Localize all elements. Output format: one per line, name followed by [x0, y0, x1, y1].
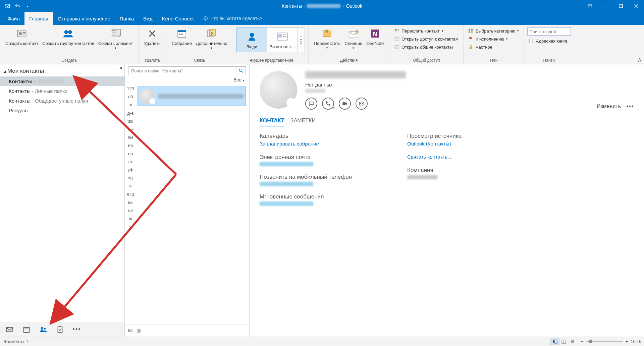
view-gallery-expand[interactable]: ▴▾▾ — [298, 27, 305, 52]
nav-header-my-contacts[interactable]: ◢Мои контакты — [0, 64, 124, 76]
tab-home[interactable]: Главная — [24, 12, 53, 25]
alpha-уф[interactable]: уф — [127, 167, 133, 173]
alpha-аб[interactable]: аб — [128, 94, 133, 100]
nav-item-contacts-personal[interactable]: Контакты - Личные папки — [0, 86, 124, 96]
move-button[interactable]: Переместить▾ — [312, 26, 343, 50]
contact-list-item[interactable] — [138, 86, 246, 106]
email-action-icon[interactable] — [356, 98, 368, 110]
followup-button[interactable]: К исполнению ▾ — [467, 36, 509, 42]
open-access-button[interactable]: Открыть доступ к контактам — [393, 36, 460, 42]
forward-contact-button[interactable]: Переслать контакт ▾ — [393, 27, 444, 34]
close-button[interactable] — [629, 0, 644, 12]
qat-customize-icon[interactable]: ▾ — [24, 3, 31, 9]
calendar-module-icon[interactable] — [23, 326, 30, 333]
svg-rect-45 — [533, 41, 533, 41]
svg-rect-41 — [471, 31, 473, 33]
nav-item-resources[interactable]: Ресурсы — [0, 106, 124, 115]
more-comm-button[interactable]: Дополнительно▾ — [194, 26, 229, 50]
minimize-button[interactable] — [598, 0, 613, 12]
schedule-meeting-link[interactable]: Запланировать собрание — [260, 141, 319, 147]
alpha-вг[interactable]: вг — [128, 102, 132, 108]
qat-send-receive-icon[interactable] — [4, 3, 11, 9]
alpha-я[interactable]: я — [129, 224, 131, 230]
tab-view[interactable]: Вид — [139, 12, 157, 25]
collapse-nav-icon[interactable]: ◀ — [119, 66, 122, 70]
link-contacts-link[interactable]: Связать контакты... — [407, 154, 453, 160]
ribbon-display-icon[interactable] — [582, 0, 598, 12]
message-action-icon[interactable] — [305, 98, 317, 110]
zoom-in-icon[interactable]: + — [626, 339, 628, 344]
svg-point-34 — [395, 29, 397, 31]
list-filter[interactable]: Все ▾ — [125, 77, 249, 84]
call-action-icon[interactable]: ▾ — [322, 98, 334, 110]
svg-rect-47 — [24, 327, 30, 332]
tab-send-receive[interactable]: Отправка и получение — [53, 12, 115, 25]
group-create-label: Создать — [3, 58, 135, 64]
collapse-ribbon-icon[interactable]: ᐱ — [638, 57, 641, 63]
im-value-blurred — [260, 201, 313, 206]
video-action-icon[interactable] — [339, 98, 351, 110]
svg-rect-23 — [181, 34, 183, 35]
view-reading-icon[interactable] — [559, 338, 568, 345]
view-people-button[interactable]: Люди — [236, 27, 267, 52]
alpha-шщ[interactable]: шщ — [127, 191, 134, 197]
group-actions-label: Действия — [312, 58, 386, 64]
nav-item-contacts-public[interactable]: Контакты - Общедоступные папки — [0, 96, 124, 106]
svg-point-49 — [41, 327, 43, 329]
merge-button[interactable]: Слияние▾ — [342, 26, 364, 50]
alpha-ч[interactable]: ч — [129, 183, 132, 189]
alpha-жз[interactable]: жз — [128, 118, 133, 124]
new-contact-button[interactable]: Создать контакт — [3, 26, 40, 46]
private-button[interactable]: Частное — [467, 44, 494, 50]
onenote-button[interactable]: N OneNote — [364, 26, 386, 46]
nav-item-contacts-main[interactable]: Контакты - — [0, 76, 124, 86]
tell-me-search[interactable]: Что вы хотите сделать? — [198, 12, 267, 25]
view-list-icon[interactable] — [568, 338, 577, 345]
alpha-д-ё[interactable]: д-ё — [127, 110, 133, 116]
alpha-ст[interactable]: ст — [128, 159, 132, 165]
zoom-control[interactable]: − + 10 % — [581, 339, 641, 344]
mail-module-icon[interactable] — [6, 326, 13, 333]
new-contact-group-button[interactable]: Создать группу контактов — [40, 26, 96, 46]
maximize-button[interactable] — [613, 0, 629, 12]
ribbon: Создать контакт Создать группу контактов… — [0, 25, 644, 64]
tab-notes[interactable]: ЗАМЕТКИ — [290, 118, 316, 126]
meeting-button[interactable]: Собрание — [170, 26, 194, 46]
search-people-input[interactable] — [527, 27, 571, 36]
alpha-лм[interactable]: лм — [128, 134, 133, 140]
alpha-ъы[interactable]: ъы — [127, 199, 133, 206]
view-card-button[interactable]: Визитная к... — [267, 27, 298, 52]
people-module-icon[interactable] — [40, 326, 47, 333]
tab-contact-details[interactable]: КОНТАКТ — [260, 118, 284, 126]
tasks-module-icon[interactable] — [56, 326, 64, 333]
tab-file[interactable]: Файл — [3, 12, 24, 25]
alpha-ю[interactable]: ю — [129, 216, 132, 222]
address-book-button[interactable]: Адресная книга — [527, 38, 569, 44]
edit-link[interactable]: Изменить — [597, 103, 621, 109]
delete-button[interactable]: Удалить — [142, 26, 163, 46]
zoom-out-icon[interactable]: − — [581, 339, 583, 344]
status-bar: Элементы: 1 − + 10 % — [0, 337, 644, 346]
alpha-и-к[interactable]: и-к — [127, 126, 133, 132]
no-data-label: Нет данных — [305, 82, 406, 88]
calendar-section: Календарь Запланировать собрание — [260, 133, 380, 147]
undo-icon[interactable] — [14, 3, 21, 9]
open-shared-button[interactable]: Открыть общие контакты — [393, 44, 454, 50]
new-element-button[interactable]: Создать элемент▾ — [96, 26, 135, 50]
alpha-но[interactable]: но — [128, 142, 133, 149]
zoom-slider[interactable] — [586, 341, 623, 342]
more-actions-icon[interactable]: ••• — [626, 103, 634, 109]
folder-search-box[interactable]: Поиск в папке "Контакты" — [128, 66, 246, 75]
alpha-хц[interactable]: хц — [128, 175, 133, 181]
tab-kerio[interactable]: Kerio Connect — [157, 12, 198, 25]
source-link[interactable]: Outlook (Контакты) — [407, 141, 451, 147]
tab-folder[interactable]: Папка — [115, 12, 139, 25]
alpha-пр[interactable]: пр — [128, 151, 133, 157]
search-icon[interactable] — [236, 67, 246, 75]
view-mode-switch[interactable] — [550, 338, 577, 345]
more-modules-icon[interactable]: ••• — [73, 326, 80, 333]
alpha-ьэ[interactable]: ьэ — [128, 208, 132, 214]
view-normal-icon[interactable] — [551, 338, 559, 345]
category-button[interactable]: Выбрать категорию ▾ — [467, 27, 520, 34]
alpha-123[interactable]: 123 — [127, 86, 134, 92]
